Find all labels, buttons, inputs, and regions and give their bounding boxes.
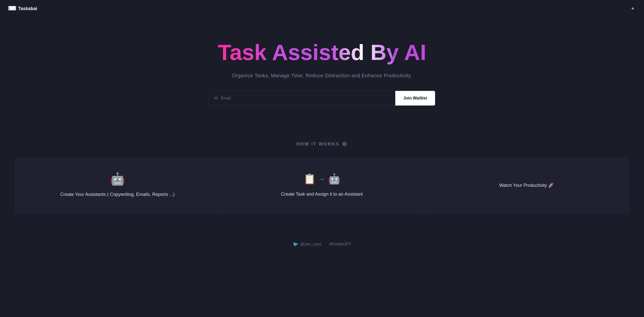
theme-icon: ✦	[631, 6, 635, 11]
twitter-icon: 🐦	[293, 241, 298, 247]
twitter-handle: @zee_yass	[300, 242, 321, 246]
email-form: ✉ Join Waitlist	[209, 91, 435, 106]
logo-text: Taskabai	[18, 6, 37, 11]
footer: 🐦 @zee_yass #HustleGPT	[0, 233, 644, 255]
twitter-link[interactable]: 🐦 @zee_yass	[293, 241, 321, 247]
robot-icon: 🤖	[328, 173, 341, 185]
clipboard-icon: 📋	[303, 173, 316, 185]
hashtag: #HustleGPT	[329, 242, 351, 246]
how-title-text: HOW IT WORKS	[296, 142, 339, 147]
navbar: ⌨ Taskabai ✦	[0, 0, 644, 17]
arrow-icon: →	[319, 175, 325, 183]
card-2-text: Create Task and Assign it to an Assistan…	[281, 191, 363, 198]
logo-icon: ⌨	[8, 5, 16, 12]
logo: ⌨ Taskabai	[8, 5, 37, 12]
card-assign-task: 📋 → 🤖 Create Task and Assign it to an As…	[220, 158, 424, 213]
card-1-icon: 🤖	[110, 173, 125, 185]
email-input[interactable]	[221, 91, 390, 105]
card-create-assistants: 🤖 Create Your Assistants ( Copywriting, …	[15, 158, 220, 213]
how-it-works-section: HOW IT WORKS ⚙ 🤖 Create Your Assistants …	[0, 126, 644, 233]
cards-grid: 🤖 Create Your Assistants ( Copywriting, …	[15, 158, 629, 213]
card-1-text: Create Your Assistants ( Copywriting, Em…	[60, 191, 174, 198]
join-waitlist-button[interactable]: Join Waitlist	[395, 91, 435, 105]
email-input-wrapper: ✉	[209, 91, 395, 105]
card-2-icons: 📋 → 🤖	[303, 173, 341, 185]
how-it-works-title: HOW IT WORKS ⚙	[15, 141, 629, 148]
hero-section: Task Assisted By AI Organize Tasks, Mana…	[0, 0, 644, 126]
gear-icon: ⚙	[342, 141, 348, 148]
hero-subtitle: Organize Tasks, Manage Time, Reduce Dist…	[232, 73, 412, 79]
card-3-text: Watch Your Productivity 🚀	[499, 182, 554, 189]
hero-title: Task Assisted By AI	[218, 40, 426, 65]
email-icon: ✉	[214, 95, 218, 101]
card-watch-productivity: Watch Your Productivity 🚀	[424, 158, 629, 213]
theme-toggle-button[interactable]: ✦	[630, 5, 636, 13]
